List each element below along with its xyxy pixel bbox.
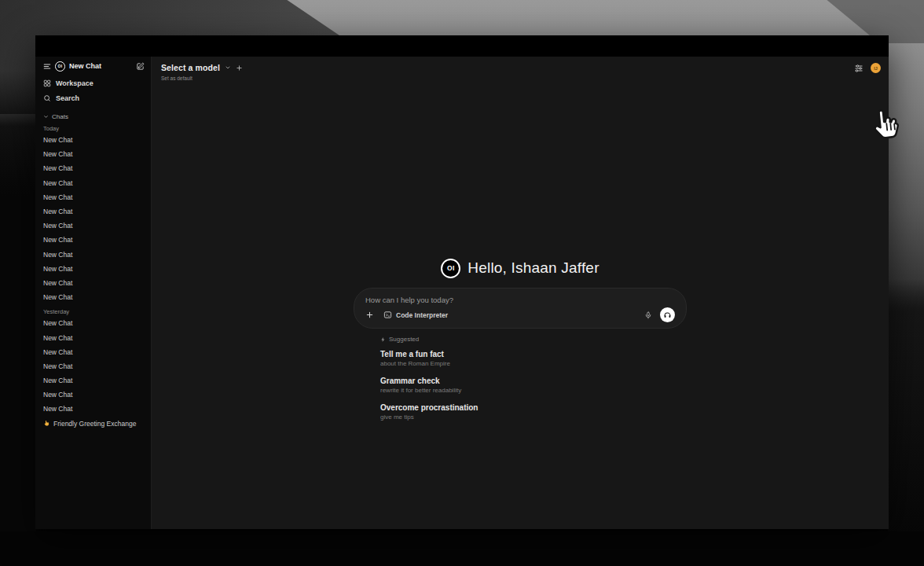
voice-call-button[interactable] bbox=[660, 307, 675, 322]
chat-section-label: Yesterday bbox=[43, 307, 143, 316]
sidebar-title: New Chat bbox=[69, 62, 132, 70]
suggested-section: Suggested Tell me a fun factabout the Ro… bbox=[354, 336, 687, 421]
microphone-icon[interactable] bbox=[644, 311, 652, 320]
chevron-down-icon bbox=[43, 114, 49, 119]
controls-sliders-icon[interactable] bbox=[854, 64, 864, 73]
welcome-section: OI Hello, Ishaan Jaffer How can I help y… bbox=[354, 258, 687, 429]
add-model-icon[interactable] bbox=[236, 64, 243, 72]
sidebar-chat-item[interactable]: New Chat bbox=[35, 176, 151, 190]
background-shape bbox=[888, 279, 924, 566]
sidebar-chat-item[interactable]: New Chat bbox=[35, 233, 151, 247]
search-icon bbox=[43, 94, 51, 102]
model-selector-group: Select a model Set as default bbox=[161, 61, 243, 81]
sidebar-chat-item[interactable]: New Chat bbox=[35, 388, 151, 402]
suggested-prompt-subtitle: about the Roman Empire bbox=[380, 360, 687, 368]
sidebar-item-label: Search bbox=[56, 94, 79, 102]
suggested-prompt[interactable]: Overcome procrastinationgive me tips bbox=[380, 402, 687, 421]
background-shape bbox=[0, 531, 924, 566]
chevron-down-icon bbox=[225, 64, 231, 71]
sidebar-chat-item[interactable]: New Chat bbox=[35, 290, 151, 304]
greeting-text: Hello, Ishaan Jaffer bbox=[468, 259, 599, 277]
suggested-header: Suggested bbox=[380, 336, 687, 343]
header-right-controls: IJ bbox=[854, 61, 881, 73]
code-interpreter-icon bbox=[383, 311, 392, 319]
sidebar-nav: Workspace Search bbox=[35, 75, 151, 105]
sidebar-chat-item[interactable]: New Chat bbox=[35, 276, 151, 290]
suggested-list: Tell me a fun factabout the Roman Empire… bbox=[380, 349, 687, 421]
model-selector[interactable]: Select a model bbox=[161, 61, 243, 74]
sidebar-chat-item[interactable]: New Chat bbox=[35, 373, 151, 388]
chat-section-label: Today bbox=[43, 123, 143, 133]
suggested-prompt-title: Overcome procrastination bbox=[380, 402, 687, 413]
suggested-prompt-title: Grammar check bbox=[380, 376, 687, 386]
sidebar-chat-item[interactable]: New Chat bbox=[35, 262, 151, 276]
sidebar-header: OI New Chat bbox=[43, 60, 145, 72]
sidebar: OI New Chat Workspace bbox=[35, 57, 152, 529]
bolt-icon bbox=[380, 336, 386, 343]
openwebui-logo-large: OI bbox=[441, 259, 460, 278]
sidebar-chat-item[interactable]: New Chat bbox=[35, 219, 151, 233]
input-controls: Code Interpreter bbox=[365, 307, 675, 322]
user-avatar[interactable]: IJ bbox=[871, 63, 881, 73]
input-right-controls bbox=[644, 307, 675, 322]
sidebar-chat-item[interactable]: New Chat bbox=[35, 190, 151, 204]
suggested-prompt-subtitle: give me tips bbox=[380, 413, 687, 421]
sidebar-item-label: Workspace bbox=[56, 79, 94, 87]
suggested-prompt-title: Tell me a fun fact bbox=[380, 349, 687, 359]
sidebar-chat-item[interactable]: New Chat bbox=[35, 402, 151, 416]
sidebar-chat-item[interactable]: New Chat bbox=[35, 147, 151, 161]
suggested-prompt[interactable]: Grammar checkrewrite it for better reada… bbox=[380, 376, 687, 395]
message-input[interactable]: How can I help you today? bbox=[365, 296, 675, 304]
chats-header-label: Chats bbox=[52, 113, 68, 120]
sidebar-chat-item[interactable]: New Chat bbox=[35, 359, 151, 373]
sidebar-chat-item[interactable]: New Chat bbox=[35, 248, 151, 262]
set-as-default-button[interactable]: Set as default bbox=[161, 75, 243, 81]
sidebar-chat-item[interactable]: New Chat bbox=[35, 330, 151, 344]
openwebui-app: OI New Chat Workspace bbox=[35, 57, 889, 529]
model-selector-label: Select a model bbox=[161, 63, 220, 72]
greeting-row: OI Hello, Ishaan Jaffer bbox=[354, 258, 687, 278]
sidebar-chat-sections: TodayNew ChatNew ChatNew ChatNew ChatNew… bbox=[35, 123, 151, 417]
headphones-icon bbox=[663, 311, 672, 319]
sidebar-item-workspace[interactable]: Workspace bbox=[35, 75, 151, 90]
wave-emoji-icon bbox=[43, 420, 50, 427]
background-shape bbox=[0, 71, 36, 566]
message-input-card: How can I help you today? Code Interpret… bbox=[354, 288, 687, 329]
suggested-prompt-subtitle: rewrite it for better readability bbox=[380, 387, 687, 395]
sidebar-chat-item[interactable]: New Chat bbox=[35, 133, 151, 147]
window-titlebar bbox=[35, 35, 889, 57]
openwebui-logo: OI bbox=[55, 61, 65, 72]
named-chat-label: Friendly Greeting Exchange bbox=[53, 420, 136, 428]
sidebar-chat-item[interactable]: New Chat bbox=[35, 345, 151, 359]
screen: OI New Chat Workspace bbox=[0, 0, 924, 566]
main-panel: Select a model Set as default bbox=[152, 57, 889, 529]
sidebar-chat-item[interactable]: New Chat bbox=[35, 161, 151, 175]
main-header: Select a model Set as default bbox=[152, 57, 889, 81]
sidebar-chat-item-named[interactable]: Friendly Greeting Exchange bbox=[35, 417, 151, 431]
app-window: OI New Chat Workspace bbox=[35, 35, 889, 529]
attach-plus-icon[interactable] bbox=[365, 311, 374, 319]
suggested-prompt[interactable]: Tell me a fun factabout the Roman Empire bbox=[380, 349, 687, 368]
code-interpreter-toggle[interactable]: Code Interpreter bbox=[383, 311, 448, 319]
sidebar-toggle-icon[interactable] bbox=[43, 62, 51, 70]
sidebar-chat-item[interactable]: New Chat bbox=[35, 316, 151, 330]
sidebar-item-search[interactable]: Search bbox=[35, 90, 151, 105]
suggested-label: Suggested bbox=[389, 336, 419, 343]
workspace-icon bbox=[43, 79, 51, 87]
chats-collapse-toggle[interactable]: Chats bbox=[43, 112, 143, 121]
sidebar-chat-item[interactable]: New Chat bbox=[35, 204, 151, 219]
code-interpreter-label: Code Interpreter bbox=[396, 311, 448, 319]
new-chat-icon[interactable] bbox=[136, 62, 145, 71]
